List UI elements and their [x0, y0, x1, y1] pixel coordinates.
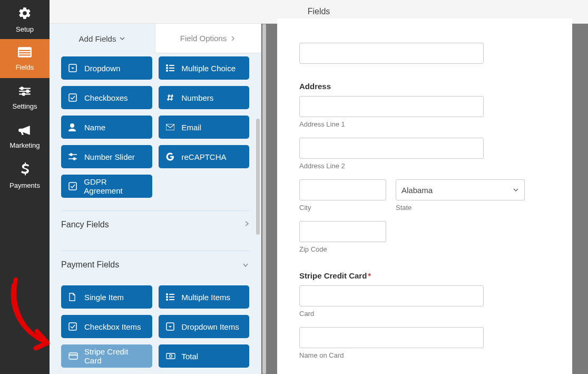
field-single-item[interactable]: Single Item: [61, 285, 152, 309]
user-icon: [68, 123, 78, 131]
form-preview-area: Address Address Line 1 Address Line 2 Ci…: [261, 24, 588, 374]
envelope-icon: [166, 124, 175, 130]
svg-point-32: [166, 299, 168, 301]
svg-rect-17: [69, 94, 76, 101]
tab-add-fields[interactable]: Add Fields: [50, 24, 155, 53]
sidebar-item-marketing[interactable]: Marketing: [0, 117, 50, 156]
svg-point-28: [166, 293, 168, 295]
state-select[interactable]: Alabama: [396, 179, 525, 200]
caret-square-icon: [68, 64, 78, 72]
svg-rect-36: [69, 353, 77, 359]
field-checkbox-items[interactable]: Checkbox Items: [61, 315, 152, 338]
payment-field-grid: Single Item Multiple Items Checkbox Item…: [61, 278, 249, 368]
svg-point-11: [166, 64, 168, 66]
main-sidebar: Setup Fields Settings Marketing Payments: [0, 0, 50, 374]
file-icon: [68, 293, 78, 301]
field-dropdown-items[interactable]: Dropdown Items: [159, 315, 250, 338]
state-value: Alabama: [401, 186, 433, 195]
card-input[interactable]: [299, 285, 484, 306]
field-stripe-credit-card[interactable]: Stripe Credit Card: [61, 344, 152, 368]
text-input[interactable]: [299, 43, 484, 64]
name-on-card-input[interactable]: [299, 327, 484, 348]
standard-field-grid: Dropdown Multiple Choice Checkboxes Numb…: [61, 53, 249, 198]
field-total[interactable]: Total: [159, 344, 250, 368]
sidebar-item-label: Payments: [9, 181, 40, 189]
tab-field-options[interactable]: Field Options: [155, 24, 261, 53]
field-number-slider[interactable]: Number Slider: [61, 145, 152, 168]
svg-point-39: [169, 355, 172, 358]
section-label: Payment Fields: [61, 260, 119, 270]
field-name[interactable]: Name: [61, 116, 152, 139]
credit-card-icon: [68, 352, 78, 360]
chevron-down-icon: [513, 187, 519, 193]
field-email[interactable]: Email: [159, 116, 250, 139]
stripe-label: Stripe Credit Card*: [299, 271, 550, 280]
zip-input[interactable]: [299, 221, 386, 242]
google-icon: [166, 152, 175, 161]
state-sublabel: State: [396, 204, 525, 212]
svg-rect-3: [19, 54, 31, 55]
zip-sublabel: Zip Code: [299, 245, 386, 253]
bullhorn-icon: [18, 124, 32, 138]
caret-square-icon: [166, 322, 175, 331]
sidebar-item-label: Setup: [16, 25, 34, 33]
svg-rect-14: [169, 68, 174, 69]
check-square-icon: [68, 322, 78, 331]
field-recaptcha[interactable]: reCAPTCHA: [159, 145, 250, 168]
field-checkboxes[interactable]: Checkboxes: [61, 86, 152, 109]
sidebar-item-label: Marketing: [9, 141, 40, 149]
field-multiple-choice[interactable]: Multiple Choice: [159, 56, 250, 80]
scrollbar-thumb[interactable]: [256, 119, 260, 235]
svg-point-25: [70, 154, 72, 156]
svg-rect-27: [69, 183, 76, 190]
gear-icon: [18, 6, 32, 22]
card-sublabel: Card: [299, 310, 550, 318]
form-canvas[interactable]: Address Address Line 1 Address Line 2 Ci…: [277, 18, 572, 374]
svg-rect-33: [169, 299, 174, 300]
field-dropdown[interactable]: Dropdown: [61, 56, 152, 80]
field-numbers[interactable]: Numbers: [159, 86, 250, 109]
list-icon: [166, 293, 175, 301]
sidebar-item-settings[interactable]: Settings: [0, 78, 50, 117]
section-label: Fancy Fields: [61, 220, 109, 229]
panel-scroll[interactable]: Dropdown Multiple Choice Checkboxes Numb…: [50, 53, 261, 374]
chevron-right-icon: [230, 35, 236, 42]
chevron-down-icon: [242, 260, 249, 270]
chevron-right-icon: [244, 220, 249, 229]
address-line2-sublabel: Address Line 2: [299, 162, 550, 170]
svg-rect-2: [19, 52, 31, 53]
list-icon: [166, 64, 175, 72]
field-multiple-items[interactable]: Multiple Items: [159, 285, 250, 309]
fields-panel: Add Fields Field Options Dropdown Multip…: [50, 24, 261, 374]
sliders-icon: [18, 85, 32, 99]
svg-rect-31: [169, 296, 174, 298]
svg-point-26: [73, 158, 75, 160]
svg-rect-34: [69, 323, 76, 330]
city-input[interactable]: [299, 179, 386, 200]
required-asterisk: *: [368, 271, 371, 280]
svg-point-30: [166, 296, 168, 298]
panel-tabs: Add Fields Field Options: [50, 24, 261, 53]
chevron-down-icon: [119, 35, 125, 42]
field-gdpr[interactable]: GDPR Agreement: [61, 175, 152, 198]
address-line1-input[interactable]: [299, 96, 484, 117]
sidebar-item-setup[interactable]: Setup: [0, 0, 50, 39]
sidebar-item-fields[interactable]: Fields: [0, 39, 50, 78]
address-line2-input[interactable]: [299, 138, 484, 159]
sidebar-item-label: Fields: [16, 63, 34, 71]
svg-rect-16: [169, 70, 174, 71]
sidebar-item-payments[interactable]: Payments: [0, 156, 50, 195]
check-square-icon: [68, 93, 78, 102]
money-icon: [166, 353, 175, 359]
svg-point-9: [23, 93, 25, 95]
svg-point-8: [26, 90, 28, 92]
name-on-card-sublabel: Name on Card: [299, 351, 550, 359]
hash-icon: [166, 93, 175, 102]
section-payment-fields[interactable]: Payment Fields: [61, 251, 249, 278]
svg-point-15: [166, 70, 168, 72]
svg-rect-1: [19, 50, 31, 51]
city-sublabel: City: [299, 204, 386, 212]
section-fancy-fields[interactable]: Fancy Fields: [61, 210, 249, 238]
preview-scrollbar[interactable]: [261, 24, 267, 374]
check-square-icon: [68, 182, 77, 190]
